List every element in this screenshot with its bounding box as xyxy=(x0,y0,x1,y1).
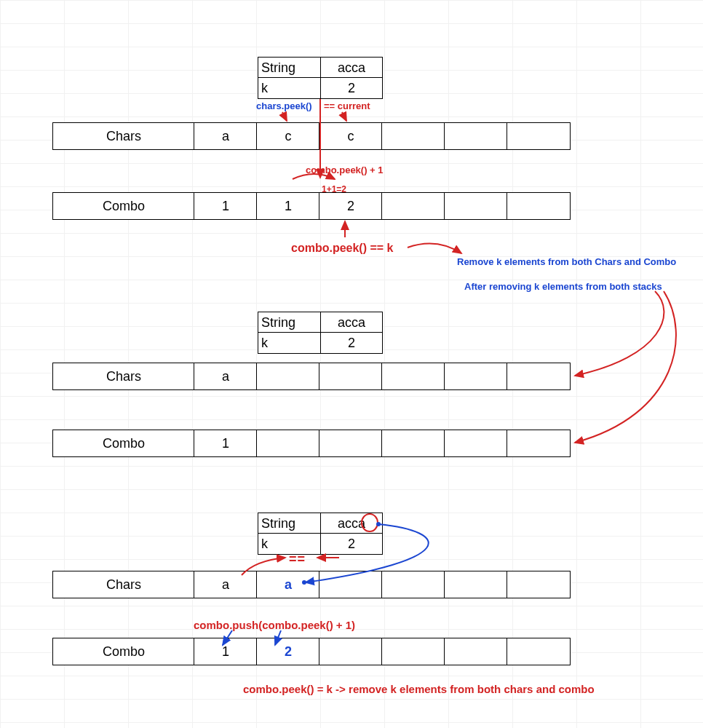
ann-combo-plus: combo.peek() + 1 xyxy=(306,165,384,175)
combo-1-c1: 1 xyxy=(256,192,320,220)
combo-3-c1: 2 xyxy=(256,638,320,665)
combo-2-c2 xyxy=(319,430,383,457)
chars-1-c3 xyxy=(381,122,445,150)
chars-3-c1: a xyxy=(256,571,320,598)
chars-1-c5 xyxy=(507,122,571,150)
combo-3-c5 xyxy=(507,638,571,665)
chars-label-1: Chars xyxy=(52,122,195,150)
combo-2-c1 xyxy=(256,430,320,457)
k-val-1: 2 xyxy=(320,77,383,99)
chars-2-c5 xyxy=(507,363,571,390)
ann-eq: == xyxy=(289,552,306,567)
ann-combo-eq-k: combo.peek() == k xyxy=(291,242,394,255)
ann-eq-current: == current xyxy=(324,100,370,111)
ann-chars-peek: chars.peek() xyxy=(256,100,312,111)
chars-3-c2 xyxy=(319,571,383,598)
combo-3-c4 xyxy=(444,638,508,665)
chars-3-c4 xyxy=(444,571,508,598)
string-val-1: acca xyxy=(320,57,383,79)
chars-2-c4 xyxy=(444,363,508,390)
combo-1-c0: 1 xyxy=(194,192,258,220)
string-label-2: String xyxy=(258,312,325,333)
combo-3-c2 xyxy=(319,638,383,665)
chars-1-c1: c xyxy=(256,122,320,150)
string-val-2: acca xyxy=(320,312,383,333)
chars-2-c3 xyxy=(381,363,445,390)
combo-2-c4 xyxy=(444,430,508,457)
ann-after: After removing k elements from both stac… xyxy=(464,281,662,292)
combo-1-c3 xyxy=(381,192,445,220)
chars-3-c3 xyxy=(381,571,445,598)
string-val-3: acca xyxy=(320,513,383,534)
combo-label-2: Combo xyxy=(52,430,195,457)
chars-label-2: Chars xyxy=(52,363,195,390)
k-val-2: 2 xyxy=(320,332,383,354)
combo-1-c2: 2 xyxy=(319,192,383,220)
k-label-1: k xyxy=(258,77,325,99)
combo-3-c0: 1 xyxy=(194,638,258,665)
ann-final: combo.peek() = k -> remove k elements fr… xyxy=(243,683,595,695)
combo-2-c0: 1 xyxy=(194,430,258,457)
ann-remove: Remove k elements from both Chars and Co… xyxy=(457,256,676,267)
chars-3-c5 xyxy=(507,571,571,598)
combo-2-c3 xyxy=(381,430,445,457)
combo-1-c4 xyxy=(444,192,508,220)
chars-2-c2 xyxy=(319,363,383,390)
chars-label-3: Chars xyxy=(52,571,195,598)
string-label-1: String xyxy=(258,57,325,79)
combo-label-1: Combo xyxy=(52,192,195,220)
chars-2-c1 xyxy=(256,363,320,390)
k-label-2: k xyxy=(258,332,325,354)
k-val-3: 2 xyxy=(320,533,383,555)
combo-2-c5 xyxy=(507,430,571,457)
chars-3-c0: a xyxy=(194,571,258,598)
chars-1-c4 xyxy=(444,122,508,150)
string-label-3: String xyxy=(258,513,325,534)
ann-push: combo.push(combo.peek() + 1) xyxy=(194,619,355,631)
combo-label-3: Combo xyxy=(52,638,195,665)
combo-3-c3 xyxy=(381,638,445,665)
combo-1-c5 xyxy=(507,192,571,220)
chars-1-c2: c xyxy=(319,122,383,150)
chars-2-c0: a xyxy=(194,363,258,390)
chars-1-c0: a xyxy=(194,122,258,150)
